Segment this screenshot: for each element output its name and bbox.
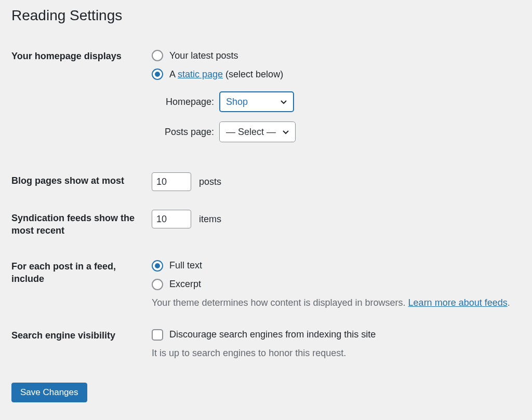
radio-static-page[interactable] [152,69,163,80]
label-homepage-displays: Your homepage displays [11,38,152,163]
row-homepage-displays: Your homepage displays Your latest posts… [11,38,523,163]
label-discourage-search[interactable]: Discourage search engines from indexing … [169,329,376,340]
save-changes-button[interactable]: Save Changes [11,383,87,402]
label-feed-include: For each post in a feed, include [11,249,152,318]
label-excerpt[interactable]: Excerpt [169,279,201,290]
reading-settings-page: Reading Settings Your homepage displays … [0,0,532,418]
label-search-visibility: Search engine visibility [11,318,152,368]
unit-blog-pages: posts [199,177,221,187]
label-static-page[interactable]: A static page (select below) [169,69,283,80]
radio-latest-posts[interactable] [152,50,163,61]
subrow-postspage-select: Posts page: — Select — [162,121,523,142]
submit-row: Save Changes [11,383,523,402]
option-latest-posts-row: Your latest posts [152,50,523,61]
unit-syndication: items [199,214,221,224]
label-syndication: Syndication feeds show the most recent [11,200,152,249]
checkbox-discourage-search[interactable] [152,329,163,341]
static-page-link[interactable]: static page [178,69,223,79]
row-feed-include: For each post in a feed, include Full te… [11,249,523,318]
search-vis-description: It is up to search engines to honor this… [152,348,523,359]
option-excerpt-row: Excerpt [152,279,523,290]
radio-full-text[interactable] [152,260,163,272]
label-full-text[interactable]: Full text [169,260,202,271]
select-postspage[interactable]: — Select — [219,121,296,142]
input-syndication[interactable] [152,210,191,228]
radio-excerpt[interactable] [152,279,163,290]
select-homepage[interactable]: Shop [219,91,294,112]
row-search-visibility: Search engine visibility Discourage sear… [11,318,523,368]
static-page-prefix: A [169,69,178,79]
subrow-homepage-select: Homepage: Shop [162,91,523,112]
feed-desc-suffix: . [508,297,510,308]
feed-description: Your theme determines how content is dis… [152,297,523,308]
label-homepage-select: Homepage: [162,97,214,107]
checkbox-row-discourage: Discourage search engines from indexing … [152,329,523,341]
label-postspage-select: Posts page: [162,127,214,138]
option-full-text-row: Full text [152,260,523,272]
input-blog-pages[interactable] [152,172,191,191]
page-title: Reading Settings [11,7,523,24]
row-syndication: Syndication feeds show the most recent i… [11,200,523,249]
static-page-suffix: (select below) [223,69,283,79]
feed-desc-prefix: Your theme determines how content is dis… [152,297,408,308]
row-blog-pages: Blog pages show at most posts [11,163,523,200]
label-latest-posts[interactable]: Your latest posts [169,50,238,61]
settings-form-table: Your homepage displays Your latest posts… [11,38,523,368]
label-blog-pages: Blog pages show at most [11,163,152,200]
feed-desc-link[interactable]: Learn more about feeds [408,297,508,308]
option-static-page-row: A static page (select below) [152,69,523,80]
